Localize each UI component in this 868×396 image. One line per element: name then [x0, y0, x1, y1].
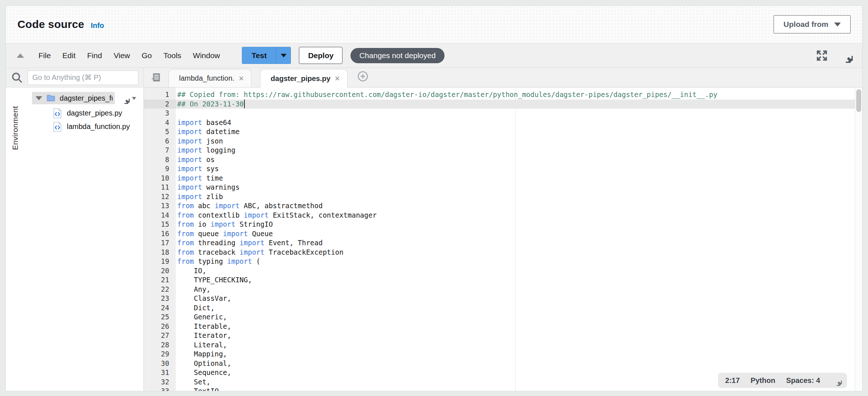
- editor-settings-gear-icon[interactable]: [831, 375, 842, 386]
- line-number: 24: [144, 303, 169, 313]
- vertical-scrollbar[interactable]: [855, 88, 862, 391]
- token-text: zlib: [202, 193, 223, 201]
- line-number: 32: [144, 377, 169, 387]
- token-text: logging: [202, 146, 236, 154]
- language-mode-indicator[interactable]: Python: [751, 376, 775, 385]
- test-dropdown-arrow[interactable]: [276, 47, 291, 64]
- fullscreen-expand-icon[interactable]: [816, 49, 828, 62]
- environment-panel-label[interactable]: Environment: [11, 92, 23, 150]
- folder-name: dagster_pipes_funct: [60, 94, 113, 102]
- upload-from-button[interactable]: Upload from: [774, 15, 851, 33]
- scrollbar-thumb[interactable]: [856, 89, 861, 112]
- token-text: json: [202, 137, 223, 145]
- token-keyword: import: [227, 257, 252, 265]
- close-tab-icon[interactable]: ×: [239, 74, 244, 83]
- token-text: datetime: [202, 128, 240, 136]
- code-file-icon: [53, 108, 62, 118]
- token-text: Queue: [248, 230, 273, 238]
- menu-item-go[interactable]: Go: [136, 48, 158, 63]
- token-text: os: [202, 155, 215, 163]
- token-comment: ## On 2023-11-30: [177, 100, 244, 108]
- settings-gear-icon[interactable]: [838, 48, 853, 63]
- line-number: 5: [144, 127, 169, 137]
- code-line-28: Literal,: [176, 340, 862, 350]
- line-number: 11: [144, 183, 169, 192]
- tab-dagster-pipes-py[interactable]: dagster_pipes.py×: [260, 69, 348, 88]
- search-icon: [11, 72, 23, 84]
- token-text: base64: [202, 118, 231, 126]
- token-text: typing: [194, 257, 227, 265]
- token-keyword: import: [177, 118, 202, 126]
- test-button[interactable]: Test: [242, 47, 291, 64]
- line-number: 23: [144, 294, 169, 303]
- token-text: (: [252, 257, 260, 265]
- indentation-indicator[interactable]: Spaces: 4: [786, 376, 820, 385]
- menu-item-file[interactable]: File: [33, 48, 57, 63]
- token-text: abc: [194, 202, 215, 210]
- cursor-position-indicator[interactable]: 2:17: [725, 376, 740, 385]
- code-line-8: import os: [176, 155, 862, 165]
- code-line-25: Generic,: [176, 312, 862, 322]
- info-link[interactable]: Info: [91, 21, 104, 30]
- chevron-down-icon: [834, 23, 841, 27]
- code-line-20: IO,: [176, 266, 862, 276]
- folder-settings-control[interactable]: [119, 93, 136, 104]
- folder-dagster-pipes-function[interactable]: dagster_pipes_funct: [32, 92, 115, 104]
- close-tab-icon[interactable]: ×: [335, 74, 340, 83]
- token-text: traceback: [194, 248, 240, 256]
- upload-from-label: Upload from: [783, 20, 828, 29]
- gear-icon: [119, 93, 130, 104]
- code-line-4: import base64: [176, 118, 862, 128]
- file-name: dagster_pipes.py: [67, 109, 122, 117]
- tab-list-icon[interactable]: [150, 72, 161, 83]
- code-editor: 1234567891011121314151617181920212223242…: [144, 88, 862, 391]
- token-keyword: import: [244, 211, 269, 219]
- tree-file-lambda-function-py[interactable]: lambda_function.py: [32, 120, 141, 133]
- menu-item-window[interactable]: Window: [187, 48, 226, 63]
- text-cursor: [244, 100, 245, 108]
- token-text: Mapping,: [177, 350, 227, 358]
- line-number: 15: [144, 220, 169, 229]
- add-tab-icon[interactable]: [357, 70, 369, 82]
- menu-item-find[interactable]: Find: [81, 48, 108, 63]
- line-number: 3: [144, 109, 169, 118]
- chevron-down-icon: [132, 97, 136, 100]
- go-to-anything-input[interactable]: [28, 70, 138, 85]
- folder-icon: [46, 94, 55, 102]
- menu-item-edit[interactable]: Edit: [57, 48, 81, 63]
- code-line-14: from contextlib import ExitStack, contex…: [176, 211, 862, 220]
- code-line-16: from queue import Queue: [176, 229, 862, 239]
- code-pane[interactable]: ## Copied from: https://raw.githubuserco…: [176, 88, 862, 391]
- line-number: 29: [144, 349, 169, 359]
- token-text: StringIO: [235, 220, 273, 228]
- line-number: 10: [144, 174, 169, 183]
- token-text: Optional,: [177, 359, 231, 367]
- code-line-7: import logging: [176, 146, 862, 155]
- token-keyword: import: [177, 183, 202, 191]
- tab-label: dagster_pipes.py: [271, 74, 330, 83]
- token-text: threading: [194, 239, 240, 247]
- token-keyword: from: [177, 202, 194, 210]
- menu-item-tools[interactable]: Tools: [158, 48, 187, 63]
- file-name: lambda_function.py: [67, 122, 130, 131]
- code-line-3: [176, 109, 862, 118]
- line-number: 28: [144, 340, 169, 350]
- line-number: 6: [144, 137, 169, 146]
- token-text: ClassVar,: [177, 294, 231, 302]
- tree-file-dagster-pipes-py[interactable]: dagster_pipes.py: [32, 106, 141, 120]
- code-line-19: from typing import (: [176, 257, 862, 266]
- folder-expanded-icon[interactable]: [36, 96, 42, 100]
- menu-item-view[interactable]: View: [108, 48, 136, 63]
- token-keyword: import: [223, 230, 248, 238]
- code-line-22: Any,: [176, 285, 862, 294]
- token-keyword: import: [177, 128, 202, 136]
- chevron-down-icon: [281, 54, 287, 57]
- code-line-23: ClassVar,: [176, 294, 862, 303]
- deploy-button[interactable]: Deploy: [299, 47, 342, 64]
- search-and-tabs-row: lambda_function.×dagster_pipes.py×: [6, 68, 862, 88]
- token-text: Iterable,: [177, 322, 231, 330]
- code-line-26: Iterable,: [176, 322, 862, 331]
- collapse-panel-icon[interactable]: [17, 53, 24, 58]
- tab-lambda-function[interactable]: lambda_function.×: [169, 69, 251, 87]
- toolbar-group: Test Deploy Changes not deployed: [242, 47, 445, 64]
